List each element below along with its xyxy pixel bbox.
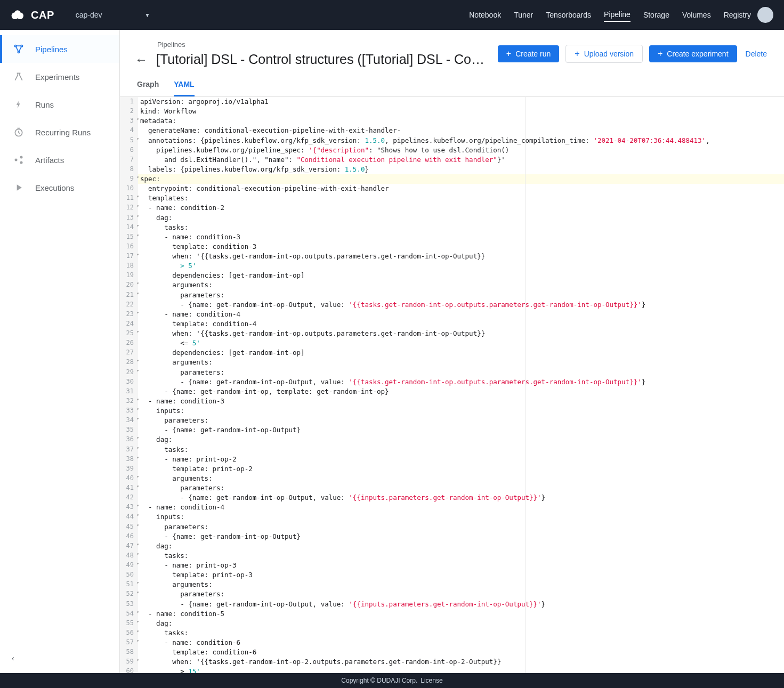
line-number: 35 — [120, 425, 138, 435]
code-line[interactable]: template: condition-3 — [138, 242, 784, 252]
sidebar-item-label: Artifacts — [35, 156, 64, 165]
sidebar-item-runs[interactable]: Runs — [0, 91, 119, 118]
code-line[interactable]: and dsl.ExitHandler().", "name": "Condit… — [138, 155, 784, 165]
code-line[interactable]: dependencies: [get-random-int-op] — [138, 271, 784, 280]
code-line[interactable]: dag: — [138, 541, 784, 551]
code-line[interactable]: arguments: — [138, 280, 784, 290]
code-line[interactable]: when: '{{tasks.get-random-int-op.outputs… — [138, 252, 784, 261]
code-line[interactable]: - {name: get-random-int-op-Output, value… — [138, 600, 784, 609]
line-number: 48 — [120, 551, 138, 561]
code-line[interactable]: labels: {pipelines.kubeflow.org/kfp_sdk_… — [138, 165, 784, 174]
sidebar-item-artifacts[interactable]: Artifacts — [0, 146, 119, 174]
code-line[interactable]: - {name: get-random-int-op-Output} — [138, 425, 784, 435]
code-line[interactable]: dag: — [138, 619, 784, 628]
code-line[interactable]: templates: — [138, 193, 784, 203]
create-run-button[interactable]: +Create run — [498, 45, 560, 62]
top-nav-pipeline[interactable]: Pipeline — [604, 8, 631, 22]
code-line[interactable]: parameters: — [138, 416, 784, 425]
breadcrumb[interactable]: Pipelines — [135, 41, 491, 48]
code-line[interactable]: generateName: conditional-execution-pipe… — [138, 126, 784, 135]
sidebar-item-label: Recurring Runs — [35, 128, 91, 137]
chevron-down-icon[interactable]: ▼ — [145, 12, 150, 18]
avatar[interactable] — [757, 7, 773, 23]
sidebar-item-label: Pipelines — [35, 45, 68, 54]
top-nav-storage[interactable]: Storage — [643, 9, 669, 21]
code-line[interactable]: spec: — [138, 174, 784, 184]
code-line[interactable]: annotations: {pipelines.kubeflow.org/kfp… — [138, 136, 784, 145]
code-line[interactable]: dag: — [138, 435, 784, 444]
code-line[interactable]: when: '{{tasks.get-random-int-op.outputs… — [138, 329, 784, 338]
code-line[interactable]: arguments: — [138, 580, 784, 589]
code-line[interactable]: - {name: get-random-int-op-Output, value… — [138, 300, 784, 310]
code-line[interactable]: template: print-op-3 — [138, 570, 784, 580]
yaml-editor[interactable]: 1apiVersion: argoproj.io/v1alpha12kind: … — [120, 97, 784, 673]
sidebar-item-executions[interactable]: Executions — [0, 174, 119, 201]
code-line[interactable]: pipelines.kubeflow.org/pipeline_spec: '{… — [138, 145, 784, 155]
code-line[interactable]: - name: condition-5 — [138, 609, 784, 619]
code-line[interactable]: - {name: get-random-int-op, template: ge… — [138, 387, 784, 396]
code-line[interactable]: - name: condition-3 — [138, 396, 784, 406]
code-line[interactable]: template: print-op-2 — [138, 464, 784, 474]
code-line[interactable]: parameters: — [138, 290, 784, 300]
code-line[interactable]: template: condition-6 — [138, 647, 784, 657]
code-line[interactable]: kind: Workflow — [138, 107, 784, 116]
code-line[interactable]: entrypoint: conditional-execution-pipeli… — [138, 184, 784, 193]
code-line[interactable]: inputs: — [138, 512, 784, 522]
top-nav-tensorboards[interactable]: Tensorboards — [546, 9, 591, 21]
code-line[interactable]: - name: condition-6 — [138, 638, 784, 647]
upload-version-button[interactable]: +Upload version — [565, 45, 643, 63]
code-line[interactable]: - name: print-op-3 — [138, 561, 784, 570]
code-line[interactable]: when: '{{tasks.get-random-int-op-2.outpu… — [138, 657, 784, 667]
line-number: 16 — [120, 242, 138, 252]
code-line[interactable]: apiVersion: argoproj.io/v1alpha1 — [138, 97, 784, 107]
code-line[interactable]: tasks: — [138, 551, 784, 561]
top-nav-tuner[interactable]: Tuner — [514, 9, 533, 21]
tab-graph[interactable]: Graph — [137, 80, 159, 96]
code-line[interactable]: - {name: get-random-int-op-Output} — [138, 532, 784, 541]
code-line[interactable]: inputs: — [138, 406, 784, 416]
code-line[interactable]: <= 5' — [138, 338, 784, 348]
code-line[interactable]: > 5' — [138, 261, 784, 271]
code-line[interactable]: arguments: — [138, 474, 784, 483]
line-number: 28 — [120, 358, 138, 367]
sidebar-item-pipelines[interactable]: Pipelines — [0, 35, 119, 63]
footer-license-link[interactable]: License — [421, 677, 442, 684]
code-line[interactable]: arguments: — [138, 358, 784, 367]
code-line[interactable]: parameters: — [138, 522, 784, 532]
code-line[interactable]: - name: condition-4 — [138, 503, 784, 512]
code-line[interactable]: dependencies: [get-random-int-op] — [138, 348, 784, 358]
code-line[interactable]: parameters: — [138, 589, 784, 599]
code-line[interactable]: - {name: get-random-int-op-Output, value… — [138, 493, 784, 503]
code-line[interactable]: - name: print-op-2 — [138, 455, 784, 464]
code-line[interactable]: tasks: — [138, 223, 784, 232]
top-nav-registry[interactable]: Registry — [724, 9, 751, 21]
line-number: 34 — [120, 416, 138, 425]
code-line[interactable]: - {name: get-random-int-op-Output, value… — [138, 377, 784, 387]
sidebar-item-recurring-runs[interactable]: Recurring Runs — [0, 118, 119, 146]
delete-button[interactable]: Delete — [743, 45, 769, 62]
sidebar-collapse-icon[interactable]: ‹ — [12, 654, 14, 662]
code-line[interactable]: parameters: — [138, 368, 784, 377]
code-line[interactable]: tasks: — [138, 628, 784, 638]
svg-point-7 — [15, 159, 18, 161]
workspace-name[interactable]: cap-dev — [76, 11, 102, 19]
svg-point-5 — [18, 51, 19, 53]
code-line[interactable]: metadata: — [138, 116, 784, 126]
code-line[interactable]: - name: condition-2 — [138, 203, 784, 213]
sidebar-item-experiments[interactable]: Experiments — [0, 63, 119, 91]
code-line[interactable]: dag: — [138, 213, 784, 223]
top-nav-volumes[interactable]: Volumes — [682, 9, 711, 21]
code-line[interactable]: - name: condition-3 — [138, 232, 784, 242]
code-line[interactable]: template: condition-4 — [138, 319, 784, 329]
line-number: 27 — [120, 348, 138, 358]
code-line[interactable]: tasks: — [138, 445, 784, 455]
code-line[interactable]: parameters: — [138, 483, 784, 493]
upload-version-label: Upload version — [584, 50, 634, 58]
code-line[interactable]: > 15' — [138, 667, 784, 673]
create-experiment-button[interactable]: +Create experiment — [649, 45, 737, 62]
back-arrow-icon[interactable]: ← — [135, 53, 148, 66]
top-nav-notebook[interactable]: Notebook — [469, 9, 501, 21]
code-line[interactable]: - name: condition-4 — [138, 310, 784, 319]
brand-logo[interactable]: CAP — [11, 9, 54, 21]
tab-yaml[interactable]: YAML — [174, 80, 194, 96]
